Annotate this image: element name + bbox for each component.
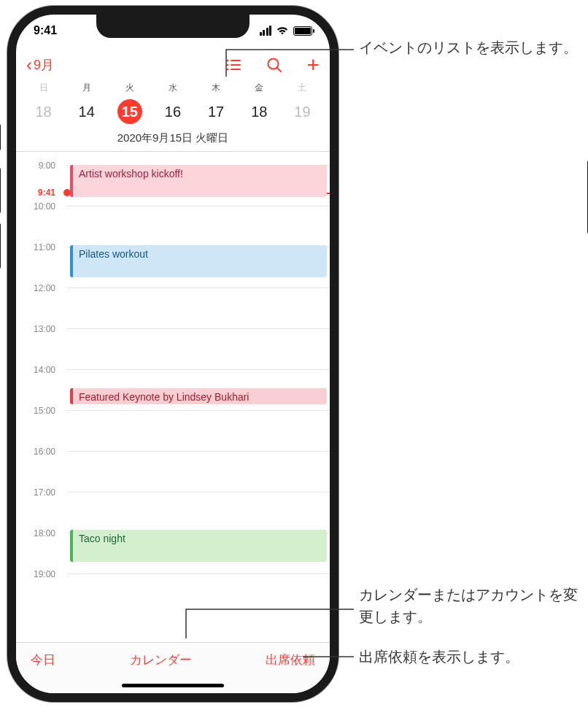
hour-label: 15:00 — [16, 406, 60, 416]
callout-calendars: カレンダーまたはアカウントを変更します。 — [359, 584, 585, 628]
inbox-button[interactable]: 出席依頼 — [266, 652, 315, 668]
day-cell[interactable]: 18 — [238, 99, 281, 125]
schedule-view[interactable]: 9:0010:0011:0012:0013:0014:0015:0016:001… — [16, 152, 330, 642]
hour-label: 9:00 — [16, 161, 60, 171]
svg-line-7 — [277, 68, 281, 72]
day-cell[interactable]: 18 — [22, 99, 65, 125]
hour-label: 17:00 — [16, 487, 60, 498]
day-cell[interactable]: 17 — [195, 99, 238, 125]
weekday-label: 月 — [65, 82, 108, 94]
day-cell[interactable]: 15 — [108, 99, 151, 125]
phone-frame: 9:41 ‹ 9月 + 日月火水木金土 18141516171819 2020年… — [7, 6, 339, 702]
chevron-left-icon: ‹ — [26, 56, 32, 74]
hour-label: 13:00 — [16, 324, 60, 334]
calendars-button[interactable]: カレンダー — [130, 652, 192, 668]
svg-point-2 — [227, 69, 229, 71]
callout-inbox: 出席依頼を表示します。 — [359, 646, 585, 668]
nav-bar: ‹ 9月 + — [16, 50, 330, 80]
status-time: 9:41 — [34, 24, 57, 37]
callout-list: イベントのリストを表示します。 — [359, 36, 578, 58]
weekday-label: 金 — [238, 82, 281, 94]
calendar-event[interactable]: Featured Keynote by Lindsey Bukhari — [70, 388, 327, 404]
now-indicator: 9:41 — [16, 188, 60, 198]
bottom-toolbar: 今日 カレンダー 出席依頼 — [16, 642, 330, 693]
weekday-label: 土 — [281, 82, 324, 94]
weekday-label: 火 — [108, 82, 151, 94]
weekday-label: 木 — [195, 82, 238, 94]
svg-point-1 — [227, 64, 229, 66]
hour-label: 10:00 — [16, 201, 60, 212]
wifi-icon — [276, 26, 289, 36]
home-indicator[interactable] — [122, 684, 224, 687]
day-cell[interactable]: 16 — [151, 99, 194, 125]
back-label: 9月 — [34, 56, 54, 74]
hour-label: 19:00 — [16, 569, 60, 579]
back-button[interactable]: ‹ 9月 — [26, 56, 54, 74]
signal-icon — [260, 26, 272, 36]
hour-label: 16:00 — [16, 447, 60, 457]
weekday-label: 日 — [22, 82, 65, 94]
date-heading: 2020年9月15日 火曜日 — [16, 131, 330, 152]
battery-icon — [293, 26, 312, 36]
calendar-event[interactable]: Artist workshop kickoff! — [70, 165, 327, 197]
weekday-label: 水 — [151, 82, 194, 94]
week-row: 日月火水木金土 18141516171819 — [16, 82, 330, 125]
today-button[interactable]: 今日 — [31, 652, 55, 668]
search-icon[interactable] — [266, 56, 283, 74]
add-icon[interactable]: + — [306, 54, 320, 76]
status-right — [260, 26, 313, 36]
hour-label: 18:00 — [16, 528, 60, 538]
svg-point-0 — [227, 60, 229, 62]
calendar-event[interactable]: Pilates workout — [70, 245, 327, 277]
day-cell[interactable]: 14 — [65, 99, 108, 125]
hour-label: 11:00 — [16, 242, 60, 252]
notch — [96, 15, 249, 38]
calendar-event[interactable]: Taco night — [70, 530, 327, 562]
list-icon[interactable] — [225, 56, 242, 74]
day-cell[interactable]: 19 — [281, 99, 324, 125]
hour-label: 12:00 — [16, 283, 60, 293]
hour-label: 14:00 — [16, 365, 60, 375]
